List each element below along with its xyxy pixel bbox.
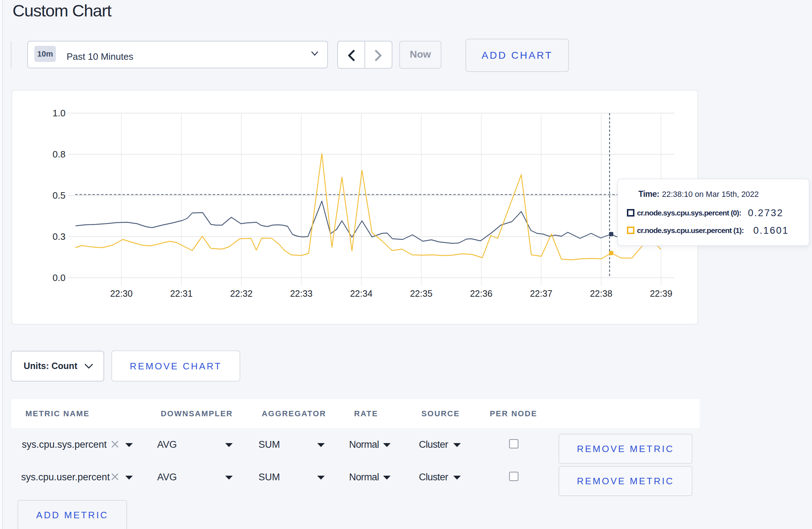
svg-text:22:34: 22:34 (350, 288, 373, 299)
svg-text:22:39: 22:39 (650, 288, 672, 299)
svg-text:22:38: 22:38 (590, 288, 613, 299)
svg-text:0.5: 0.5 (53, 190, 66, 201)
svg-text:22:30: 22:30 (110, 288, 133, 299)
svg-text:0.8: 0.8 (53, 149, 66, 160)
svg-text:22:33: 22:33 (290, 288, 313, 299)
svg-text:22:37: 22:37 (530, 288, 552, 299)
svg-text:22:35: 22:35 (410, 288, 432, 299)
svg-text:0.3: 0.3 (53, 231, 66, 242)
svg-text:1.0: 1.0 (53, 108, 66, 118)
svg-text:22:31: 22:31 (170, 288, 193, 299)
svg-text:0.0: 0.0 (53, 272, 66, 283)
svg-text:22:32: 22:32 (230, 288, 253, 299)
svg-text:22:36: 22:36 (470, 288, 493, 299)
